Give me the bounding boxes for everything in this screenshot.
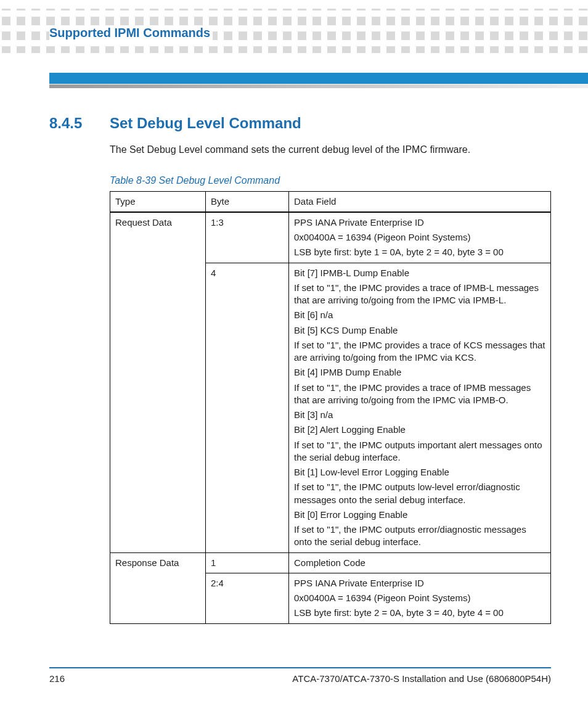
cell-data: PPS IANA Private Enterprise ID0x00400A =… bbox=[289, 573, 551, 623]
section-title: Set Debug Level Command bbox=[110, 115, 301, 132]
data-line: If set to "1", the IPMC outputs low-leve… bbox=[294, 481, 545, 506]
cell-type: Request Data bbox=[110, 212, 206, 552]
cell-byte: 2:4 bbox=[206, 573, 289, 623]
th-byte: Byte bbox=[206, 191, 289, 212]
data-line: Bit [0] Error Logging Enable bbox=[294, 509, 545, 521]
data-line: Completion Code bbox=[294, 557, 545, 569]
table-row: Request Data1:3PPS IANA Private Enterpri… bbox=[110, 212, 551, 263]
table-caption: Table 8-39 Set Debug Level Command bbox=[110, 175, 551, 186]
main-content: 8.4.5 Set Debug Level Command The Set De… bbox=[49, 115, 551, 624]
table-row: Response Data1Completion Code bbox=[110, 552, 551, 573]
cell-byte: 1:3 bbox=[206, 212, 289, 263]
section-heading: 8.4.5 Set Debug Level Command bbox=[49, 115, 551, 132]
header-gray-gradient bbox=[49, 84, 588, 88]
data-line: If set to "1", the IPMC provides a trace… bbox=[294, 282, 545, 307]
cell-data: Bit [7] IPMB-L Dump EnableIf set to "1",… bbox=[289, 263, 551, 552]
cell-byte: 1 bbox=[206, 552, 289, 573]
section-intro: The Set Debug Level command sets the cur… bbox=[110, 143, 551, 157]
data-line: Bit [1] Low-level Error Logging Enable bbox=[294, 466, 545, 478]
command-table: Type Byte Data Field Request Data1:3PPS … bbox=[110, 191, 551, 624]
th-type: Type bbox=[110, 191, 206, 212]
data-line: LSB byte first: byte 2 = 0A, byte 3 = 40… bbox=[294, 607, 545, 619]
data-line: Bit [2] Alert Logging Enable bbox=[294, 424, 545, 436]
page-footer: 216 ATCA-7370/ATCA-7370-S Installation a… bbox=[49, 667, 551, 684]
cell-data: Completion Code bbox=[289, 552, 551, 573]
data-line: 0x00400A = 16394 (Pigeon Point Systems) bbox=[294, 592, 545, 604]
data-line: LSB byte first: byte 1 = 0A, byte 2 = 40… bbox=[294, 246, 545, 258]
data-line: 0x00400A = 16394 (Pigeon Point Systems) bbox=[294, 231, 545, 244]
data-line: Bit [3] n/a bbox=[294, 409, 545, 421]
data-line: PPS IANA Private Enterprise ID bbox=[294, 577, 545, 589]
cell-byte: 4 bbox=[206, 263, 289, 552]
data-line: Bit [6] n/a bbox=[294, 309, 545, 321]
header-blue-bar bbox=[49, 73, 588, 84]
table-header-row: Type Byte Data Field bbox=[110, 191, 551, 212]
page-number: 216 bbox=[49, 673, 65, 684]
data-line: Bit [5] KCS Dump Enable bbox=[294, 324, 545, 337]
doc-title: ATCA-7370/ATCA-7370-S Installation and U… bbox=[292, 673, 551, 684]
section-number: 8.4.5 bbox=[49, 115, 88, 132]
th-data: Data Field bbox=[289, 191, 551, 212]
data-line: PPS IANA Private Enterprise ID bbox=[294, 216, 545, 229]
data-line: If set to "1", the IPMC outputs error/di… bbox=[294, 523, 545, 549]
cell-data: PPS IANA Private Enterprise ID0x00400A =… bbox=[289, 212, 551, 263]
data-line: Bit [7] IPMB-L Dump Enable bbox=[294, 267, 545, 279]
data-line: Bit [4] IPMB Dump Enable bbox=[294, 366, 545, 379]
chapter-title: Supported IPMI Commands bbox=[49, 26, 213, 40]
cell-type: Response Data bbox=[110, 552, 206, 623]
data-line: If set to "1", the IPMC provides a trace… bbox=[294, 339, 545, 364]
data-line: If set to "1", the IPMC outputs importan… bbox=[294, 439, 545, 464]
data-line: If set to "1", the IPMC provides a trace… bbox=[294, 382, 545, 407]
